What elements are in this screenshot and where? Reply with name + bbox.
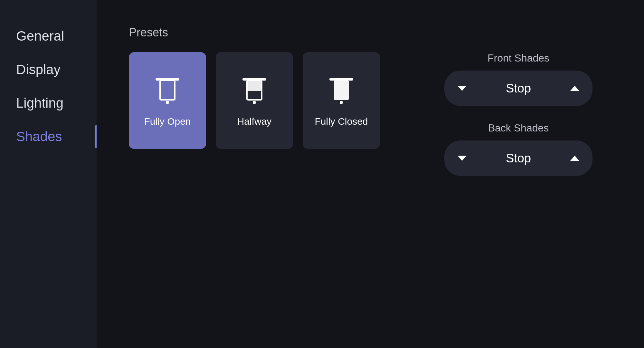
sidebar-item-display[interactable]: Display — [0, 53, 97, 86]
back-shades-buttons: Stop — [444, 140, 592, 176]
svg-point-9 — [340, 101, 343, 104]
chevron-up-icon — [569, 152, 581, 164]
sidebar-item-label-shades: Shades — [16, 129, 62, 144]
svg-marker-13 — [570, 156, 579, 161]
front-shades-stop-label: Stop — [480, 82, 557, 95]
back-shades-down-button[interactable] — [444, 140, 480, 176]
content-area: Fully Open Halfway — [129, 52, 612, 176]
sidebar-item-label-display: Display — [16, 62, 61, 77]
chevron-down-icon — [456, 152, 468, 164]
main-content: Presets Fully Open — [97, 0, 644, 348]
chevron-up-icon — [569, 82, 581, 94]
svg-point-6 — [253, 101, 256, 104]
shade-icon-halfway — [240, 74, 269, 110]
preset-card-halfway[interactable]: Halfway — [216, 52, 293, 149]
svg-marker-10 — [458, 86, 467, 91]
svg-rect-8 — [334, 81, 349, 100]
front-shades-buttons: Stop — [444, 71, 592, 106]
back-shades-control: Back Shades Stop — [444, 122, 592, 176]
svg-point-2 — [166, 101, 169, 104]
preset-card-label-fully-closed: Fully Closed — [315, 116, 368, 127]
svg-marker-12 — [458, 156, 467, 161]
svg-rect-1 — [160, 81, 175, 100]
svg-rect-5 — [247, 81, 262, 91]
sidebar-item-label-lighting: Lighting — [16, 95, 63, 111]
preset-card-fully-open[interactable]: Fully Open — [129, 52, 206, 149]
shade-icon-fully-open — [153, 74, 182, 110]
sidebar-item-label-general: General — [16, 28, 64, 44]
back-shades-up-button[interactable] — [557, 140, 592, 176]
front-shades-down-button[interactable] — [444, 71, 480, 106]
sidebar-item-general[interactable]: General — [0, 19, 97, 53]
sidebar-item-shades[interactable]: Shades — [0, 120, 97, 153]
sidebar: General Display Lighting Shades — [0, 0, 97, 348]
back-shades-stop-label: Stop — [480, 151, 557, 165]
preset-cards: Fully Open Halfway — [129, 52, 380, 149]
svg-marker-11 — [570, 86, 579, 91]
svg-rect-7 — [329, 78, 353, 81]
preset-card-label-halfway: Halfway — [237, 116, 272, 127]
shade-icon-fully-closed — [327, 74, 356, 110]
presets-heading: Presets — [129, 26, 612, 39]
preset-card-label-fully-open: Fully Open — [144, 116, 191, 127]
shade-controls: Front Shades Stop — [444, 52, 592, 176]
front-shades-up-button[interactable] — [557, 71, 592, 106]
front-shades-label: Front Shades — [488, 52, 549, 64]
chevron-down-icon — [456, 82, 468, 94]
sidebar-item-lighting[interactable]: Lighting — [0, 86, 97, 120]
front-shades-control: Front Shades Stop — [444, 52, 592, 106]
back-shades-label: Back Shades — [488, 122, 549, 134]
preset-card-fully-closed[interactable]: Fully Closed — [303, 52, 380, 149]
